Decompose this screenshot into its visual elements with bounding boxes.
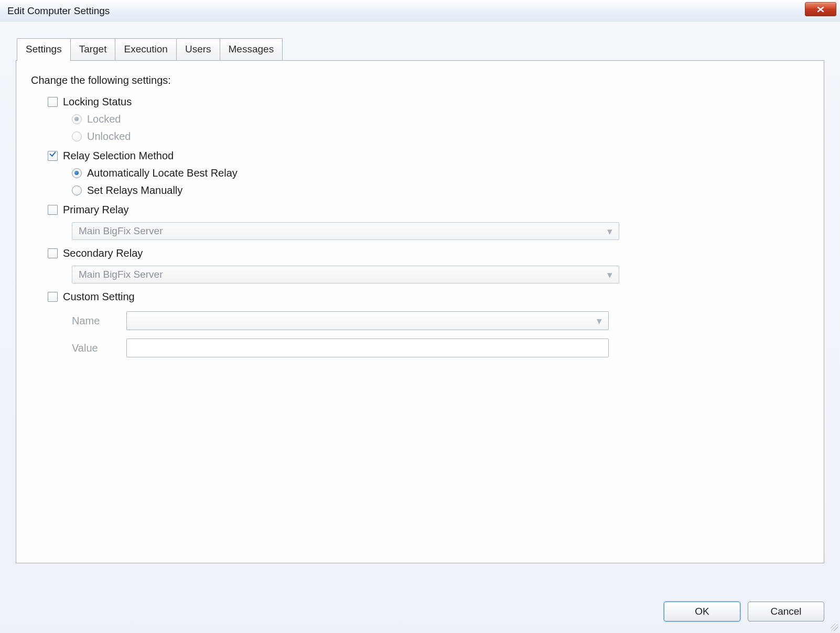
primary-relay-section: Primary Relay Main BigFix Server ▾ xyxy=(48,204,803,240)
custom-value-input xyxy=(126,339,609,357)
tab-target[interactable]: Target xyxy=(70,38,116,60)
secondary-relay-section: Secondary Relay Main BigFix Server ▾ xyxy=(48,247,803,283)
chevron-down-icon: ▾ xyxy=(607,225,612,237)
secondary-relay-value: Main BigFix Server xyxy=(79,269,163,280)
unlocked-label: Unlocked xyxy=(87,130,131,143)
locking-status-label: Locking Status xyxy=(63,96,132,108)
settings-panel: Change the following settings: Locking S… xyxy=(16,60,824,563)
primary-relay-label: Primary Relay xyxy=(63,204,129,216)
auto-relay-radio[interactable] xyxy=(72,168,82,178)
secondary-relay-combo: Main BigFix Server ▾ xyxy=(72,266,619,283)
unlocked-radio xyxy=(72,132,82,141)
relay-method-checkbox[interactable] xyxy=(48,151,58,161)
tab-users[interactable]: Users xyxy=(176,38,220,60)
secondary-relay-label: Secondary Relay xyxy=(63,247,143,259)
panel-heading: Change the following settings: xyxy=(31,74,803,86)
cancel-button[interactable]: Cancel xyxy=(748,602,824,621)
auto-relay-label: Automatically Locate Best Relay xyxy=(87,167,238,179)
custom-setting-section: Custom Setting Name ▾ Value xyxy=(48,291,803,357)
custom-value-label: Value xyxy=(72,342,126,354)
primary-relay-value: Main BigFix Server xyxy=(79,225,163,237)
window-title: Edit Computer Settings xyxy=(7,5,110,17)
close-icon xyxy=(816,6,825,13)
dialog-footer: OK Cancel xyxy=(664,602,824,621)
resize-grip-icon[interactable] xyxy=(831,624,838,631)
locking-status-checkbox[interactable] xyxy=(48,97,58,107)
custom-name-combo: ▾ xyxy=(126,311,609,330)
custom-setting-label: Custom Setting xyxy=(63,291,135,303)
locking-status-section: Locking Status Locked Unlocked xyxy=(48,96,803,143)
client-area: Settings Target Execution Users Messages… xyxy=(0,22,840,633)
custom-setting-checkbox[interactable] xyxy=(48,292,58,302)
titlebar: Edit Computer Settings xyxy=(0,0,840,23)
manual-relay-radio[interactable] xyxy=(72,185,82,195)
locked-radio xyxy=(72,114,82,124)
chevron-down-icon: ▾ xyxy=(597,315,602,327)
relay-method-section: Relay Selection Method Automatically Loc… xyxy=(48,150,803,197)
chevron-down-icon: ▾ xyxy=(607,269,612,281)
locked-label: Locked xyxy=(87,113,121,125)
ok-button[interactable]: OK xyxy=(664,602,740,621)
relay-method-label: Relay Selection Method xyxy=(63,150,174,162)
manual-relay-label: Set Relays Manually xyxy=(87,184,182,197)
tab-messages[interactable]: Messages xyxy=(220,38,283,60)
custom-name-label: Name xyxy=(72,315,126,327)
tab-execution[interactable]: Execution xyxy=(115,38,176,60)
primary-relay-combo: Main BigFix Server ▾ xyxy=(72,222,619,240)
close-button[interactable] xyxy=(805,2,836,16)
tab-strip: Settings Target Execution Users Messages xyxy=(17,38,824,60)
primary-relay-checkbox[interactable] xyxy=(48,205,58,215)
tab-settings[interactable]: Settings xyxy=(17,38,71,61)
secondary-relay-checkbox[interactable] xyxy=(48,248,58,258)
